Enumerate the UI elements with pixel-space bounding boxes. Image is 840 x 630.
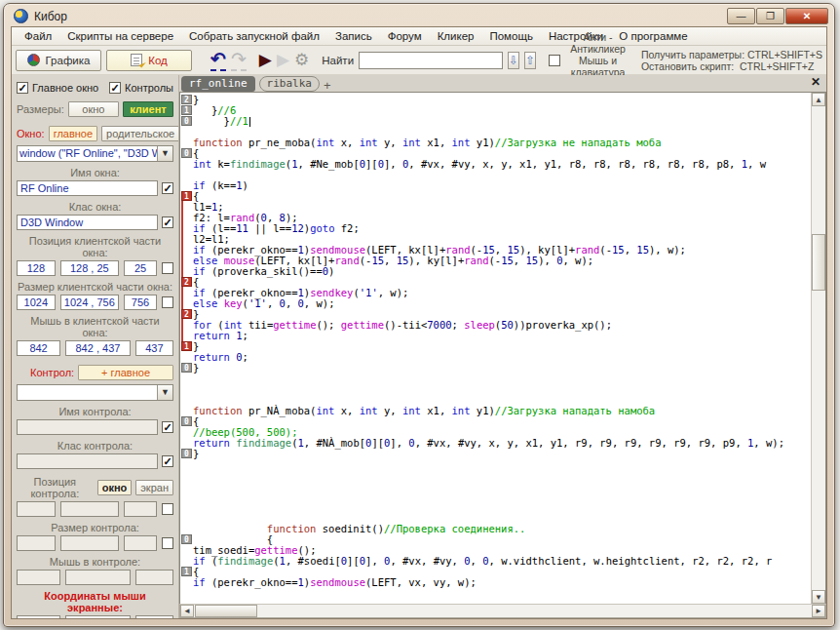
size-client-w[interactable]: 1024 xyxy=(17,295,56,310)
redo-icon[interactable]: ↷ xyxy=(231,50,247,71)
control-size-wh[interactable] xyxy=(60,535,119,551)
control-combo[interactable]: ▼ xyxy=(17,384,173,401)
menu-server-scripts[interactable]: Скрипты на сервере xyxy=(60,28,180,44)
chevron-down-icon[interactable]: ▼ xyxy=(157,146,172,161)
fold-marker[interactable]: 0 xyxy=(181,148,192,158)
code-line[interactable] xyxy=(193,170,811,180)
window-combo[interactable]: window ("RF Online", "D3D Windo ▼ xyxy=(17,145,173,162)
anti-clicker-checkbox[interactable] xyxy=(549,55,560,66)
scroll-up-icon[interactable]: ▲ xyxy=(812,93,825,106)
screen-coords-xy[interactable]: 970 , 462 xyxy=(65,615,131,618)
code-button[interactable]: Код xyxy=(106,50,192,71)
code-line[interactable]: } xyxy=(193,363,811,374)
controls-checkbox[interactable] xyxy=(109,82,121,94)
control-mouse-y[interactable] xyxy=(135,570,173,585)
window-parent-button[interactable]: родительское xyxy=(101,126,179,141)
window-name-checkbox[interactable] xyxy=(162,182,173,194)
close-tab-icon[interactable]: ✕ xyxy=(811,76,821,88)
window-main-button[interactable]: главное xyxy=(49,126,97,141)
pos-client-x[interactable]: 128 xyxy=(17,260,56,276)
fold-marker[interactable]: 1 xyxy=(181,105,192,115)
control-class-checkbox[interactable] xyxy=(162,455,173,467)
title-bar[interactable]: Кибор — ❐ ✕ xyxy=(4,4,834,26)
code-line[interactable]: return 1; xyxy=(193,331,811,341)
code-line[interactable] xyxy=(193,502,811,513)
code-line[interactable]: { xyxy=(193,191,811,202)
control-size-checkbox[interactable] xyxy=(162,537,173,549)
graphics-button[interactable]: Графика xyxy=(16,50,101,71)
vertical-scrollbar[interactable]: ▲ ▼ xyxy=(811,93,825,604)
code-line[interactable]: }//6 xyxy=(193,105,811,116)
mouse-client-x[interactable]: 842 xyxy=(17,340,60,356)
code-line[interactable]: function pr_ne_moba(int x, int y, int x1… xyxy=(193,138,811,148)
fold-marker-active[interactable]: 1 xyxy=(181,191,192,201)
control-size-h[interactable] xyxy=(124,535,157,551)
code-line[interactable]: if (proverka_skil()==0) xyxy=(193,266,811,277)
control-main-button[interactable]: + главное xyxy=(78,365,173,380)
minimize-button[interactable]: — xyxy=(727,8,755,24)
menu-clicker[interactable]: Кликер xyxy=(431,28,481,44)
new-tab-button[interactable]: + xyxy=(324,79,331,92)
control-mouse-x[interactable] xyxy=(17,570,60,585)
code-line[interactable]: if (k==1) xyxy=(193,180,811,191)
fold-marker[interactable]: 0 xyxy=(181,534,192,544)
code-line[interactable]: function pr_NÀ_moba(int x, int y, int x1… xyxy=(193,406,811,416)
pos-client-y[interactable]: 25 xyxy=(124,260,157,276)
tab-rf-online[interactable]: rf_online xyxy=(181,76,255,92)
window-class-checkbox[interactable] xyxy=(162,217,173,228)
size-client-checkbox[interactable] xyxy=(162,296,173,308)
mouse-client-xy[interactable]: 842 , 437 xyxy=(65,340,131,356)
control-name-checkbox[interactable] xyxy=(162,421,173,433)
find-prev-button[interactable]: ⇧ xyxy=(524,52,536,69)
control-pos-x[interactable] xyxy=(17,501,56,517)
control-pos-screen-button[interactable]: экран xyxy=(135,480,173,495)
code-line[interactable] xyxy=(193,492,811,502)
fold-marker[interactable]: 0 xyxy=(181,416,192,426)
control-class-field[interactable] xyxy=(17,453,158,469)
size-window-button[interactable]: окно xyxy=(68,101,119,117)
control-size-w[interactable] xyxy=(17,535,56,551)
control-pos-xy[interactable] xyxy=(60,501,119,517)
code-lines[interactable]: } }//6 }//1function pr_ne_moba(int x, in… xyxy=(193,93,811,604)
fold-marker[interactable]: 0 xyxy=(181,363,192,373)
scroll-right-icon[interactable]: ► xyxy=(812,605,825,617)
chevron-down-icon[interactable]: ▼ xyxy=(157,385,172,400)
window-name-field[interactable]: RF Online xyxy=(17,180,158,196)
scroll-down-icon[interactable]: ▼ xyxy=(812,590,825,604)
code-line[interactable]: int k=findimage(1, #Ne_mob[0][0], 0, #vx… xyxy=(193,159,811,170)
code-line[interactable]: else key('1', 0, 0, w); xyxy=(193,298,811,309)
run-script-icon[interactable]: ▶ xyxy=(259,51,272,70)
code-line[interactable]: if (findimage(1, #soedi[0][0], 0, #vx, #… xyxy=(193,556,811,567)
find-input[interactable] xyxy=(359,52,503,69)
horizontal-scrollbar[interactable]: ◄ ► xyxy=(179,604,826,618)
code-line[interactable] xyxy=(193,384,811,395)
control-mouse-xy[interactable] xyxy=(65,570,131,585)
vertical-scroll-thumb[interactable] xyxy=(812,234,825,291)
fold-marker-active[interactable]: 2 xyxy=(181,277,192,287)
pos-client-checkbox[interactable] xyxy=(162,262,173,274)
horizontal-scroll-thumb[interactable] xyxy=(195,605,257,617)
close-button[interactable]: ✕ xyxy=(785,8,828,24)
window-class-field[interactable]: D3D Window xyxy=(17,215,158,230)
control-name-field[interactable] xyxy=(17,419,158,435)
code-line[interactable] xyxy=(193,459,811,470)
screen-coords-x[interactable]: 970 xyxy=(17,615,60,618)
code-line[interactable]: if (l==11 || l==12)goto f2; xyxy=(193,223,811,234)
control-pos-window-button[interactable]: окно xyxy=(97,480,133,495)
main-window-checkbox[interactable] xyxy=(17,82,28,94)
code-line[interactable] xyxy=(193,470,811,481)
menu-forum[interactable]: Форум xyxy=(381,28,429,44)
screen-coords-y[interactable]: 462 xyxy=(135,615,173,618)
fold-marker[interactable]: 0 xyxy=(181,449,192,458)
pos-client-xy[interactable]: 128 , 25 xyxy=(60,260,119,276)
fold-marker[interactable]: 2 xyxy=(181,95,192,104)
find-next-button[interactable]: ⇩ xyxy=(508,52,519,69)
tab-ribalka[interactable]: ribalka xyxy=(259,76,320,92)
code-line[interactable]: for (int tii=gettime(); gettime()-tii<70… xyxy=(193,320,811,331)
code-line[interactable]: function soedinit()//Проверка соединения… xyxy=(193,524,811,534)
maximize-button[interactable]: ❐ xyxy=(756,8,784,24)
fold-marker-active[interactable]: 1 xyxy=(181,341,192,351)
menu-record[interactable]: Запись xyxy=(328,28,379,44)
code-line[interactable]: }//1 xyxy=(193,116,811,127)
code-line[interactable] xyxy=(193,374,811,384)
